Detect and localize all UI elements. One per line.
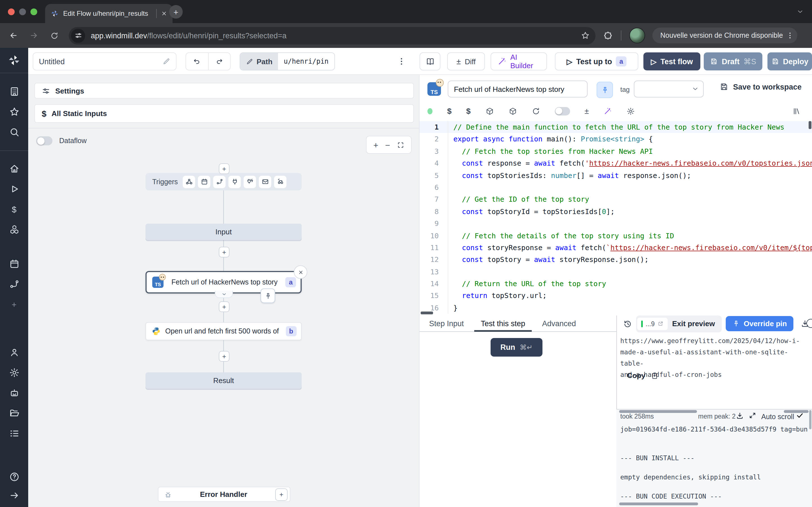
tab-test-this-step[interactable]: Test this step: [481, 315, 525, 332]
zoom-in-button[interactable]: +: [373, 140, 378, 149]
trigger-plug-zap-button[interactable]: [244, 175, 256, 188]
bookmark-star-icon[interactable]: [581, 31, 590, 40]
sidebar-item-resources[interactable]: [0, 219, 28, 239]
sidebar-item-expand-sidebar[interactable]: [0, 486, 28, 505]
editor-toolbar-diff[interactable]: ±: [585, 107, 589, 115]
triggers-bar[interactable]: Triggers: [146, 173, 302, 190]
flow-settings-row[interactable]: Settings: [35, 83, 414, 99]
editor-vertical-scrollbar[interactable]: [809, 121, 811, 129]
code-line-3[interactable]: 3 // Fetch the top stories from Hacker N…: [419, 145, 812, 158]
code-line-5[interactable]: 5 const topStoriesIds: number[] = await …: [419, 169, 812, 181]
sidebar-item-variables[interactable]: $: [0, 199, 28, 219]
copy-result-button[interactable]: Copy: [627, 371, 658, 380]
windmill-logo[interactable]: [0, 48, 28, 73]
sidebar-item-schedules[interactable]: [0, 253, 28, 274]
tag-select[interactable]: [634, 80, 704, 98]
external-link-icon[interactable]: [658, 321, 664, 327]
save-to-workspace-button[interactable]: Save to workspace: [719, 82, 802, 91]
new-tab-button[interactable]: +: [169, 5, 183, 18]
trigger-poll-button[interactable]: [274, 175, 287, 188]
window-minimize-button[interactable]: [19, 8, 26, 15]
editor-toolbar-wand[interactable]: [604, 107, 612, 115]
code-line-2[interactable]: 2export async function main(): Promise<s…: [419, 133, 812, 145]
test-flow-button[interactable]: ▷ Test flow: [644, 52, 700, 70]
log-scrollbar[interactable]: [619, 503, 698, 505]
back-icon[interactable]: [7, 29, 20, 42]
editor-toolbar-dollar[interactable]: $: [447, 107, 452, 115]
expand-step-chevron[interactable]: [215, 291, 233, 298]
history-icon[interactable]: [623, 319, 632, 328]
code-line-14[interactable]: 14 // Return the URL of the top story: [419, 278, 812, 290]
add-step-button[interactable]: +: [219, 301, 230, 312]
address-bar[interactable]: app.windmill.dev/flows/edit/u/henri/pin_…: [69, 27, 596, 44]
remove-step-button[interactable]: [294, 265, 307, 279]
sidebar-item-folders[interactable]: [0, 403, 28, 423]
sidebar-item-workers[interactable]: [0, 383, 28, 403]
result-node[interactable]: Result: [146, 372, 302, 389]
site-settings-icon[interactable]: [71, 29, 85, 43]
sidebar-item-workspace[interactable]: [0, 81, 28, 101]
test-up-to-button[interactable]: ▷ Test up to a: [555, 52, 638, 70]
sidebar-item-favorites[interactable]: [0, 101, 28, 122]
edit-name-pencil-icon[interactable]: [162, 57, 170, 65]
all-static-inputs-row[interactable]: $ All Static Inputs: [35, 104, 414, 123]
dataflow-toggle[interactable]: [36, 136, 52, 145]
trigger-webhook-button[interactable]: [183, 175, 195, 188]
sidebar-item-search[interactable]: [0, 122, 28, 142]
sidebar-item-runs[interactable]: [0, 179, 28, 199]
browser-menu-icon[interactable]: [786, 32, 794, 40]
error-handler-node[interactable]: Error Handler +: [158, 487, 290, 502]
more-options-kebab-icon[interactable]: [395, 52, 408, 70]
job-chip[interactable]: ...9: [637, 318, 668, 330]
expand-logs-icon[interactable]: [749, 412, 756, 419]
editor-toolbar-status-dot[interactable]: [427, 108, 433, 114]
tab-close-icon[interactable]: [161, 11, 167, 16]
code-line-1[interactable]: 1// Define the main function to fetch th…: [419, 121, 812, 133]
forward-icon[interactable]: [27, 29, 41, 42]
trigger-mail-button[interactable]: [259, 175, 271, 188]
window-close-button[interactable]: [8, 8, 15, 15]
download-logs-icon[interactable]: [736, 412, 744, 420]
input-node[interactable]: Input: [146, 224, 302, 240]
tab-step-input[interactable]: Step Input: [429, 315, 464, 332]
sidebar-item-create[interactable]: +: [0, 294, 28, 314]
code-line-10[interactable]: 10 // Fetch the details of the top story…: [419, 230, 812, 242]
chrome-update-button[interactable]: Nouvelle version de Chrome disponible: [652, 27, 798, 43]
flow-name-field[interactable]: Untitled: [33, 52, 176, 70]
add-step-button[interactable]: +: [219, 247, 230, 258]
pin-button[interactable]: [597, 82, 613, 98]
profile-avatar[interactable]: [629, 27, 645, 43]
code-line-15[interactable]: 15 return topStory.url;: [419, 290, 812, 302]
deploy-button[interactable]: Deploy: [767, 52, 812, 70]
editor-toolbar-package[interactable]: [485, 107, 494, 115]
code-line-9[interactable]: 9: [419, 217, 812, 230]
code-line-6[interactable]: 6: [419, 181, 812, 193]
auto-scroll-checkbox[interactable]: [796, 412, 804, 419]
editor-toolbar-gear[interactable]: [627, 107, 635, 115]
draft-button[interactable]: Draft ⌘S: [704, 52, 762, 70]
editor-toolbar-refresh[interactable]: [531, 107, 540, 115]
redo-button[interactable]: [208, 53, 230, 70]
add-step-button[interactable]: +: [219, 351, 230, 362]
extensions-icon[interactable]: [603, 31, 613, 40]
editor-horizontal-scrollbar[interactable]: [421, 312, 433, 314]
code-editor[interactable]: 1// Define the main function to fetch th…: [419, 121, 812, 314]
code-line-12[interactable]: 12 const topStory = await storyResponse.…: [419, 254, 812, 266]
trigger-calendar-button[interactable]: [198, 175, 211, 188]
add-error-handler-button[interactable]: +: [275, 488, 288, 501]
override-pin-button[interactable]: Override pin: [726, 316, 794, 331]
code-line-4[interactable]: 4 const response = await fetch('https://…: [419, 157, 812, 169]
tab-search-chevron-icon[interactable]: [794, 6, 806, 18]
step-node-b[interactable]: Open url and fetch first 500 words of ..…: [146, 322, 302, 340]
step-title-input[interactable]: Fetch url of HackerNews top story: [448, 80, 588, 98]
sidebar-item-help[interactable]: [0, 467, 28, 486]
add-step-button[interactable]: +: [219, 163, 230, 174]
run-button[interactable]: Run ⌘↵: [491, 338, 543, 356]
code-line-11[interactable]: 11 const storyResponse = await fetch(`ht…: [419, 242, 812, 254]
diff-button[interactable]: ±Diff: [447, 52, 485, 70]
fit-view-icon[interactable]: [397, 141, 404, 149]
trigger-plug-button[interactable]: [229, 175, 241, 188]
editor-toolbar-dollar[interactable]: $: [466, 107, 471, 115]
code-line-8[interactable]: 8 const topStoryId = topStoriesIds[0];: [419, 205, 812, 217]
browser-tab[interactable]: Edit Flow u/henri/pin_results: [45, 4, 172, 23]
